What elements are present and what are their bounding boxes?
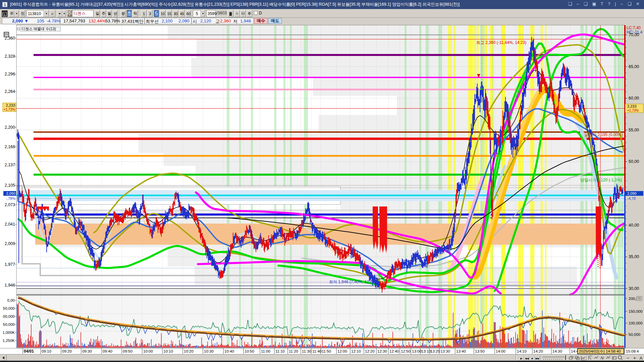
svg-text:14:00: 14:00 xyxy=(496,349,505,353)
svg-text:14:10: 14:10 xyxy=(517,349,527,353)
svg-text:2,233: 2,233 xyxy=(6,103,15,107)
svg-text:55,00: 55,00 xyxy=(629,128,639,132)
svg-text:14:20: 14:20 xyxy=(533,349,543,353)
svg-text:당일시가 2,120 (-1,1%): 당일시가 2,120 (-1,1%) xyxy=(580,178,622,182)
svg-text:2,264: 2,264 xyxy=(5,89,15,94)
svg-text:2,090: 2,090 xyxy=(6,191,15,195)
svg-text:50,000: 50,000 xyxy=(3,306,15,310)
svg-text:1,000K: 1,000K xyxy=(3,330,15,335)
svg-text:150,000: 150,000 xyxy=(629,309,643,313)
svg-text:2,168: 2,168 xyxy=(5,144,15,149)
svg-text:일종가 2,195 (0,00%): 일종가 2,195 (0,00%) xyxy=(584,132,623,137)
svg-text:09:50: 09:50 xyxy=(123,349,132,353)
svg-text:2,137: 2,137 xyxy=(5,163,15,167)
svg-text:−: − xyxy=(627,355,629,361)
svg-text:11:20: 11:20 xyxy=(289,349,298,353)
svg-text:00,000: 00,000 xyxy=(3,314,15,318)
svg-text:13:00: 13:00 xyxy=(412,349,422,353)
svg-text:10:50: 10:50 xyxy=(245,349,254,353)
svg-text:65,00: 65,00 xyxy=(629,64,639,69)
svg-text:09:20: 09:20 xyxy=(62,349,72,353)
svg-text:2,009: 2,009 xyxy=(5,241,15,246)
svg-text:2,041: 2,041 xyxy=(5,222,15,227)
svg-text:+1,73%: +1,73% xyxy=(4,108,15,111)
svg-text:최고 2,360 (-11,44%, 14:23): 최고 2,360 (-11,44%, 14:23) xyxy=(476,40,526,45)
svg-text:◀◀: ◀◀ xyxy=(525,357,529,360)
svg-text:10:10: 10:10 xyxy=(163,349,173,353)
svg-text:13:20: 13:20 xyxy=(430,349,440,353)
svg-text:▶: ▶ xyxy=(521,357,523,360)
svg-text:40,00: 40,00 xyxy=(629,223,639,228)
svg-text:50,000: 50,000 xyxy=(629,333,640,337)
svg-text:10:20: 10:20 xyxy=(184,349,194,353)
svg-text:2,233: 2,233 xyxy=(627,104,637,108)
svg-text:-4,78: -4,78 xyxy=(627,196,636,200)
svg-text:2,200: 2,200 xyxy=(5,125,15,130)
svg-text:2,090: 2,090 xyxy=(627,191,637,195)
svg-text:11:00: 11:00 xyxy=(261,349,270,353)
svg-text:09:40: 09:40 xyxy=(103,349,112,353)
svg-text:디젠스 매물대 수(13): 디젠스 매물대 수(13) xyxy=(21,27,56,31)
svg-text:11:40: 11:40 xyxy=(312,349,322,353)
svg-text:12:40: 12:40 xyxy=(389,349,399,353)
svg-text:35,00: 35,00 xyxy=(629,254,639,259)
svg-text:0,00: 0,00 xyxy=(7,298,15,302)
svg-text:12:10: 12:10 xyxy=(351,349,361,353)
svg-text:12:30: 12:30 xyxy=(377,349,387,353)
svg-text:70,00: 70,00 xyxy=(629,33,639,37)
svg-text:▶▶: ▶▶ xyxy=(536,357,540,360)
svg-text:2,105: 2,105 xyxy=(5,183,15,188)
svg-text:13:40: 13:40 xyxy=(456,349,466,353)
svg-text:15:08:4: 15:08:4 xyxy=(626,349,639,353)
svg-text:12:00: 12:00 xyxy=(337,349,347,353)
svg-text:100,000: 100,000 xyxy=(629,321,643,325)
svg-text:■: ■ xyxy=(531,357,533,360)
svg-text:60,00: 60,00 xyxy=(629,96,639,101)
svg-text:1,946: 1,946 xyxy=(5,283,15,288)
svg-text:+: + xyxy=(633,355,636,361)
svg-text:최저 1,946 (7,40%, 12:51): 최저 1,946 (7,40%, 12:51) xyxy=(329,280,376,284)
svg-text:11:50: 11:50 xyxy=(322,349,331,353)
svg-text:1,250K: 1,250K xyxy=(3,339,15,343)
svg-text:2,328: 2,328 xyxy=(5,54,15,59)
svg-text:10:30: 10:30 xyxy=(204,349,214,353)
svg-text:13:50: 13:50 xyxy=(475,349,485,353)
svg-text:09:10: 09:10 xyxy=(42,349,51,353)
svg-text:10:00: 10:00 xyxy=(143,349,153,353)
svg-text:2025/04/02(수) 14:58:40: 2025/04/02(수) 14:58:40 xyxy=(579,349,621,353)
svg-text:11:30: 11:30 xyxy=(302,349,311,353)
svg-text:50,000: 50,000 xyxy=(3,322,15,326)
svg-text:50,00: 50,00 xyxy=(629,159,639,164)
svg-text:10:40: 10:40 xyxy=(224,349,234,353)
svg-text:12:20: 12:20 xyxy=(365,349,375,353)
svg-text:14:30: 14:30 xyxy=(552,349,562,353)
svg-text:09:30: 09:30 xyxy=(82,349,92,353)
svg-text:-,78%: -,78% xyxy=(6,196,15,200)
svg-text:LC:7,40: LC:7,40 xyxy=(627,25,641,30)
svg-text:2,073: 2,073 xyxy=(5,202,15,207)
svg-text:12:50: 12:50 xyxy=(401,349,411,353)
svg-text:A: A xyxy=(640,356,643,361)
svg-text:+1,73%: +1,73% xyxy=(627,109,639,112)
svg-text:11:10: 11:10 xyxy=(275,349,285,353)
svg-text:30,00: 30,00 xyxy=(629,286,639,291)
svg-text:2,296: 2,296 xyxy=(5,72,15,76)
svg-text:1,977: 1,977 xyxy=(5,262,15,267)
svg-text:04/01: 04/01 xyxy=(24,349,34,354)
svg-text:13:30: 13:30 xyxy=(440,349,450,353)
